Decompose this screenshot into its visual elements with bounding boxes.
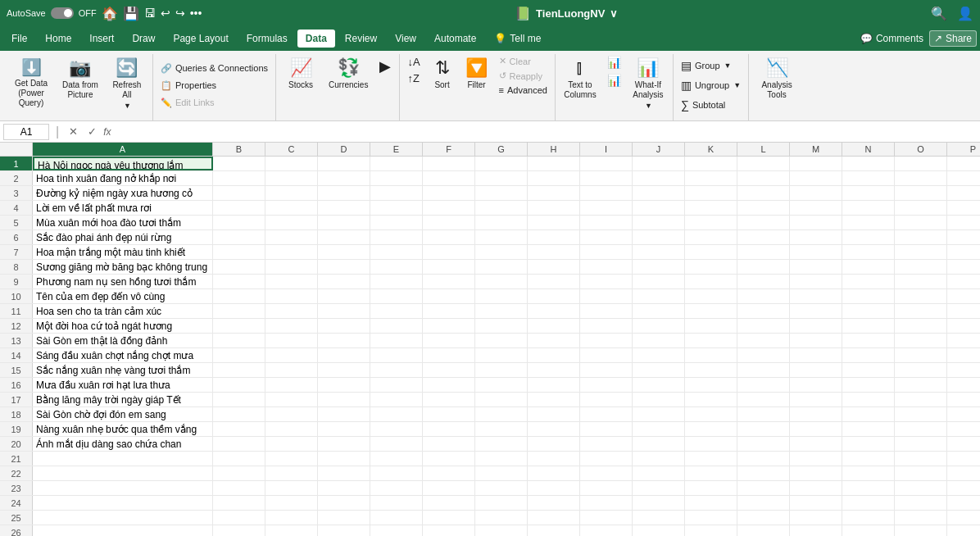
cell-G15[interactable] <box>475 363 528 377</box>
cell-J19[interactable] <box>633 422 685 436</box>
home-icon[interactable]: 🏠 <box>102 6 118 21</box>
cell-B15[interactable] <box>213 363 265 377</box>
cell-G1[interactable] <box>475 157 528 170</box>
cell-F9[interactable] <box>423 275 475 288</box>
cell-L10[interactable] <box>737 289 790 303</box>
cell-D16[interactable] <box>318 378 370 392</box>
cell-K12[interactable] <box>685 319 737 333</box>
cell-A11[interactable]: Hoa sen cho ta tràn cảm xúc <box>33 304 213 318</box>
cell-M13[interactable] <box>790 334 842 347</box>
comments-button[interactable]: 💬 Comments <box>856 31 928 46</box>
stocks-button[interactable]: 📈 Stocks <box>279 54 322 93</box>
cell-O4[interactable] <box>895 201 947 215</box>
btn-small-2[interactable]: 📊 <box>603 72 625 89</box>
cell-E8[interactable] <box>370 260 423 274</box>
cell-N5[interactable] <box>842 216 895 229</box>
cell-N8[interactable] <box>842 260 895 274</box>
cell-E17[interactable] <box>370 393 423 407</box>
cell-E18[interactable] <box>370 407 423 421</box>
cell-F16[interactable] <box>423 378 475 392</box>
cell-I12[interactable] <box>580 319 633 333</box>
cell-B10[interactable] <box>213 289 265 303</box>
autosave-toggle[interactable] <box>51 7 74 19</box>
col-header-B[interactable]: B <box>213 143 265 156</box>
cell-F13[interactable] <box>423 334 475 347</box>
cell-G17[interactable] <box>475 393 528 407</box>
cell-C2[interactable] <box>265 171 318 185</box>
cell-I24[interactable] <box>580 496 633 510</box>
cell-L23[interactable] <box>737 481 790 495</box>
cell-D22[interactable] <box>318 466 370 480</box>
cell-K11[interactable] <box>685 304 737 318</box>
menu-page-layout[interactable]: Page Layout <box>165 30 236 48</box>
cell-D25[interactable] <box>318 511 370 525</box>
cell-J17[interactable] <box>633 393 685 407</box>
cell-F14[interactable] <box>423 348 475 362</box>
cell-E1[interactable] <box>370 157 423 170</box>
cell-O3[interactable] <box>895 186 947 200</box>
cell-G7[interactable] <box>475 245 528 259</box>
cell-C22[interactable] <box>265 466 318 480</box>
cell-D13[interactable] <box>318 334 370 347</box>
cell-A10[interactable]: Tên của em đẹp đến vô cùng <box>33 289 213 303</box>
cell-I10[interactable] <box>580 289 633 303</box>
cell-O14[interactable] <box>895 348 947 362</box>
cell-L16[interactable] <box>737 378 790 392</box>
menu-insert[interactable]: Insert <box>81 30 122 48</box>
cell-K24[interactable] <box>685 496 737 510</box>
cell-B8[interactable] <box>213 260 265 274</box>
cell-A7[interactable]: Hoa mận trắng một màu tinh khiết <box>33 245 213 259</box>
cell-C13[interactable] <box>265 334 318 347</box>
cell-G4[interactable] <box>475 201 528 215</box>
cell-N13[interactable] <box>842 334 895 347</box>
cell-D14[interactable] <box>318 348 370 362</box>
cell-K14[interactable] <box>685 348 737 362</box>
cell-N1[interactable] <box>842 157 895 170</box>
cell-G3[interactable] <box>475 186 528 200</box>
cell-C14[interactable] <box>265 348 318 362</box>
col-header-K[interactable]: K <box>685 143 737 156</box>
cell-P6[interactable] <box>947 230 980 244</box>
cell-A18[interactable]: Sài Gòn chờ đợi đón em sang <box>33 407 213 421</box>
cell-B3[interactable] <box>213 186 265 200</box>
cell-E15[interactable] <box>370 363 423 377</box>
cell-F22[interactable] <box>423 466 475 480</box>
cell-B24[interactable] <box>213 496 265 510</box>
cell-A16[interactable]: Mưa đầu xuân rơi hạt lưa thưa <box>33 378 213 392</box>
group-button[interactable]: ▤ Group ▼ <box>677 57 736 74</box>
cell-L17[interactable] <box>737 393 790 407</box>
cell-B5[interactable] <box>213 216 265 229</box>
cell-F1[interactable] <box>423 157 475 170</box>
cell-M15[interactable] <box>790 363 842 377</box>
cell-M9[interactable] <box>790 275 842 288</box>
cell-F26[interactable] <box>423 525 475 536</box>
cell-B23[interactable] <box>213 481 265 495</box>
cell-E7[interactable] <box>370 245 423 259</box>
cell-P19[interactable] <box>947 422 980 436</box>
cell-I3[interactable] <box>580 186 633 200</box>
col-header-A[interactable]: A <box>33 143 213 156</box>
cell-O8[interactable] <box>895 260 947 274</box>
cell-I11[interactable] <box>580 304 633 318</box>
text-to-columns-button[interactable]: ⫿ Text toColumns <box>559 54 601 103</box>
cell-J4[interactable] <box>633 201 685 215</box>
cell-D11[interactable] <box>318 304 370 318</box>
col-header-G[interactable]: G <box>475 143 528 156</box>
advanced-button[interactable]: ≡ Advanced <box>495 84 551 97</box>
cell-A8[interactable]: Sương giăng mờ băng bạc không trung <box>33 260 213 274</box>
clear-button[interactable]: ✕ Clear <box>495 54 551 68</box>
dropdown-arrow-icon[interactable]: ∨ <box>610 7 618 20</box>
menu-data[interactable]: Data <box>297 30 335 48</box>
cell-O26[interactable] <box>895 525 947 536</box>
cell-E9[interactable] <box>370 275 423 288</box>
cell-M19[interactable] <box>790 422 842 436</box>
cell-P4[interactable] <box>947 201 980 215</box>
cell-B14[interactable] <box>213 348 265 362</box>
col-header-I[interactable]: I <box>580 143 633 156</box>
cell-O6[interactable] <box>895 230 947 244</box>
cell-H3[interactable] <box>528 186 580 200</box>
cell-I2[interactable] <box>580 171 633 185</box>
menu-view[interactable]: View <box>387 30 424 48</box>
share-button[interactable]: ↗ Share <box>929 30 977 47</box>
cell-H7[interactable] <box>528 245 580 259</box>
